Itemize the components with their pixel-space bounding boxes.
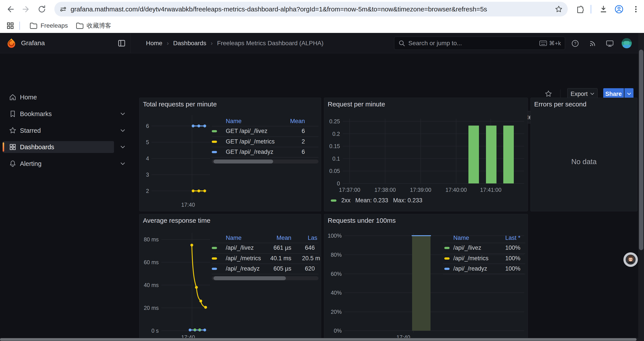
panel-total-requests[interactable]: Total requests per minute 6543217:40 Nam… [139,98,321,211]
breadcrumb-dashboards[interactable]: Dashboards [173,40,206,47]
help-icon[interactable]: ? [570,39,580,48]
table-row[interactable]: GET /api/_/livez 6 [212,126,318,137]
svg-text:60%: 60% [331,271,342,277]
chart-legend[interactable]: 2xx Mean: 0.233 Max: 0.233 [331,197,422,204]
chevron-down-icon[interactable] [119,143,127,151]
svg-text:17:40: 17:40 [181,202,195,208]
chevron-down-icon[interactable] [119,110,127,118]
downloads-icon[interactable] [598,4,608,14]
svg-text:?: ? [574,41,576,46]
series-swatch-green [212,130,217,132]
grafana-brand[interactable]: Grafana [21,39,45,47]
series-swatch-yellow [212,141,217,143]
breadcrumb: Home › Dashboards › Freeleaps Metrics Da… [146,40,324,47]
bookmark-icon [8,110,17,118]
browser-menu-icon[interactable] [631,4,641,14]
svg-text:2: 2 [146,188,149,194]
bookmark-folder-label: 收藏博客 [87,22,111,30]
svg-text:3: 3 [146,172,149,178]
table-header[interactable]: Name Mean Las [212,233,318,243]
legend-mean: Mean: 0.233 [355,197,388,204]
table-header[interactable]: Name Last * [443,233,525,243]
svg-text:40 ms: 40 ms [144,282,159,288]
grafana-header: Grafana Home › Dashboards › Freeleaps Me… [0,33,644,53]
scrollbar-thumb[interactable] [0,338,636,341]
profile-icon[interactable] [614,4,624,14]
svg-text:17:40:00: 17:40:00 [446,187,467,193]
url-input[interactable] [70,6,554,13]
table-row[interactable]: /api/_/readyz 100% [443,263,525,274]
svg-text:0: 0 [337,180,340,187]
panel-avg-response-time[interactable]: Average response time 80 ms60 ms40 ms20 … [139,214,321,341]
folder-icon [30,22,38,29]
assistant-avatar[interactable] [624,252,638,267]
bookmark-star-icon[interactable] [554,5,563,14]
search-box[interactable]: ⌘+k [394,37,565,50]
sidebar-item-alerting[interactable]: Alerting [3,158,114,170]
chevron-down-icon[interactable] [119,160,127,168]
legend-table: Name Mean Las /api/_/livez 661 µs 646 /a… [212,233,318,284]
svg-text:17:38:00: 17:38:00 [374,187,396,193]
scrollbar-thumb[interactable] [639,50,643,250]
vertical-scrollbar[interactable] [638,33,644,341]
grafana-logo[interactable] [6,38,17,49]
table-row[interactable]: /api/_/readyz 605 µs 620 [212,263,318,274]
sidebar-toggle-icon[interactable] [117,39,126,48]
breadcrumb-separator: › [167,40,169,47]
svg-text:20%: 20% [331,309,342,315]
svg-text:40%: 40% [331,290,342,296]
horizontal-scrollbar[interactable] [0,338,644,341]
legend-series: 2xx [341,197,350,204]
search-shortcut: ⌘+k [540,40,561,47]
series-swatch-yellow [212,257,217,260]
panel-errors-per-second[interactable]: Errors per second No data [530,98,638,211]
url-bar[interactable] [54,2,568,17]
panel-requests-under-100ms[interactable]: Requests under 100ms 100%80%60%40%20%0%1… [324,214,528,341]
apps-grid-icon[interactable] [5,21,15,31]
svg-text:5: 5 [146,139,149,145]
forward-icon[interactable] [21,4,31,14]
table-row[interactable]: GET /api/_/metrics 2 [212,137,318,147]
panel-title[interactable]: Errors per second [534,101,586,108]
user-avatar[interactable] [622,38,632,48]
favorite-star-icon[interactable] [544,89,553,99]
svg-text:20 ms: 20 ms [144,305,159,311]
table-row[interactable]: /api/_/metrics 100% [443,253,525,264]
svg-text:0.25: 0.25 [329,118,340,124]
table-row[interactable]: GET /api/_/readyz 6 [212,147,318,157]
breadcrumb-home[interactable]: Home [146,40,162,47]
table-scrollbar[interactable] [212,276,318,280]
table-row[interactable]: /api/_/livez 661 µs 646 [212,243,318,253]
series-swatch-blue [212,268,217,270]
svg-text:0%: 0% [334,327,342,334]
table-row[interactable]: /api/_/metrics 40.1 ms 20.5 m [212,253,318,264]
table-header[interactable]: Name Mean [212,117,318,126]
news-rss-icon[interactable] [588,39,598,48]
svg-text:100%: 100% [328,233,342,239]
bookmark-folder-freeleaps[interactable]: Freeleaps [26,21,72,31]
tune-icon[interactable] [59,5,67,13]
bookmark-folder-blogs[interactable]: 收藏博客 [72,21,115,31]
breadcrumb-separator: › [211,40,212,47]
sidebar-item-bookmarks[interactable]: Bookmarks [3,108,114,120]
extensions-icon[interactable] [574,4,584,14]
legend-table: Name Last * /api/_/livez 100% /api/_/met… [443,233,525,284]
back-icon[interactable] [5,4,15,14]
bookmarks-divider [19,22,20,30]
chevron-down-icon[interactable] [119,127,127,135]
legend-max: Max: 0.233 [393,197,422,204]
table-row[interactable]: /api/_/livez 100% [443,243,525,253]
svg-text:0.1: 0.1 [332,156,340,162]
search-input[interactable] [408,40,536,47]
no-data-message: No data [531,158,637,166]
svg-text:0.2: 0.2 [332,131,340,137]
display-icon[interactable] [605,39,615,48]
sidebar-item-dashboards[interactable]: Dashboards [3,141,114,153]
sidebar-item-home[interactable]: Home [3,91,114,103]
series-swatch-green [212,247,217,249]
table-scrollbar[interactable] [212,160,318,163]
reload-icon[interactable] [37,4,47,14]
series-swatch-green [444,247,450,249]
panel-request-per-minute[interactable]: Request per minute 0.250.20.150.10.05017… [324,98,528,211]
sidebar-item-starred[interactable]: Starred [3,125,114,137]
